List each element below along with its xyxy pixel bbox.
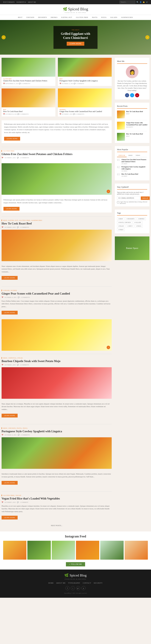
hero-learn-more-button[interactable]: LEARN MORE — [67, 42, 84, 46]
tag-salads[interactable]: # SALADS — [133, 221, 142, 224]
content-area: GLUTEN FREE Gluten-Free Zucchini Sweet P… — [2, 58, 112, 527]
site-footer: 🌿 Spiced Blog FOOD BLOG & RECIPES HOME A… — [0, 570, 151, 598]
tag-pizza[interactable]: # PIZZA — [135, 225, 143, 228]
tag-fries[interactable]: # FRIES — [117, 228, 125, 231]
instagram-item-4[interactable] — [76, 541, 99, 560]
top-post-comments-2: 1 COMMENT — [76, 83, 84, 84]
tags-widget: Tags # BEEF # DESSERTS # DRINKS # PASTA,… — [115, 210, 150, 233]
nav-salads[interactable]: SALADS — [108, 15, 119, 20]
top-post-date-4: OCTOBER 5, 2015 — [62, 113, 73, 115]
post-body-4: Nunc aliquet dui nec ut tempus. Phasellu… — [2, 401, 112, 419]
divider-1 — [2, 147, 112, 147]
footer-nav-security[interactable]: SECURITY — [94, 582, 102, 584]
sign-up-button[interactable]: SIGN UP — [141, 196, 150, 200]
user-icon[interactable]: 👤 — [140, 1, 142, 3]
nav-eating-out[interactable]: EATING OUT — [60, 15, 74, 20]
instagram-item-5[interactable] — [100, 541, 124, 560]
tag-spicy[interactable]: # SPICY — [126, 225, 134, 228]
intro-learn-more-button[interactable]: LEARN MORE — [4, 137, 20, 140]
post-learn-more-1[interactable]: LEARN MORE — [4, 207, 20, 211]
instagram-item-2[interactable] — [27, 541, 51, 560]
tab-views[interactable]: VIEWS — [134, 154, 142, 157]
popular-num-2: 02 — [117, 166, 120, 168]
cart-icon[interactable]: 🛒 — [146, 1, 148, 3]
post-learn-more-6[interactable]: LEARN MORE — [2, 516, 18, 520]
search-icon[interactable]: 🔍 — [136, 1, 138, 3]
footer-logo-text: Spiced Blog — [70, 573, 86, 578]
nav-gluten-free[interactable]: GLUTEN FREE — [74, 15, 90, 20]
comment-icon-2: 💬 — [74, 83, 76, 84]
pinterest-icon[interactable]: p — [135, 93, 139, 97]
post-meta-3: 📅 OCTOBER 12, 2015 💬 2 COMMENTS — [2, 296, 112, 298]
post-learn-more-2[interactable]: LEARN MORE — [2, 276, 18, 280]
facebook-icon[interactable]: f — [125, 93, 129, 97]
footer-facebook-icon[interactable]: f — [66, 586, 70, 590]
nav-pasta[interactable]: PASTA — [90, 15, 100, 20]
tag-drinks[interactable]: # DRINKS — [137, 218, 146, 220]
agree-checkbox[interactable] — [117, 201, 119, 204]
email-input[interactable] — [117, 196, 140, 200]
divider-2 — [2, 216, 112, 216]
nav-pizza[interactable]: PIZZA — [100, 15, 108, 20]
footer-twitter-icon[interactable]: t — [71, 586, 75, 590]
agree-text: I agree that my submitted data is being … — [120, 201, 147, 204]
calendar-icon-4: 📅 — [60, 113, 61, 115]
post-title-6: Vegan Fried Rice that's Loaded With Vege… — [2, 497, 112, 500]
footer-nav-home[interactable]: HOME — [48, 582, 54, 584]
tab-liked[interactable]: LIKED — [126, 154, 134, 157]
recent-post-item-3: How To Cook Roast Beef BEEF — [117, 133, 147, 141]
post-date-3: OCTOBER 12, 2015 — [4, 296, 16, 298]
post-comments-3: 2 COMMENTS — [21, 296, 30, 298]
follow-button[interactable]: ✓ FOLLOW ME — [66, 562, 85, 566]
footer-nav-contact[interactable]: CONTACT — [83, 582, 91, 584]
nav-chicken[interactable]: CHICKEN — [24, 15, 36, 20]
hero-title: Grilled Eggplant with Corn Chimichurri — [58, 32, 93, 40]
post-comments-4: 2 COMMENTS — [20, 364, 29, 366]
top-post-img-1 — [2, 58, 55, 77]
post-title-5: Portuguese Style Cowboy Spaghetti with L… — [2, 430, 112, 433]
instagram-item-3[interactable] — [52, 541, 75, 560]
social-icons-group: f t p — [117, 93, 147, 97]
footer-nav-typography[interactable]: TYPOGRAPHY — [68, 582, 80, 584]
calendar-icon-2: 📅 — [60, 83, 61, 84]
popular-info-1: Gluten-Free Zucchini Sweet Potatoes and … — [122, 158, 147, 164]
hero-prev-button[interactable]: ‹ — [2, 35, 6, 39]
tab-popular[interactable]: POPULAR — [117, 154, 126, 157]
banner-label: Banner Space — [126, 247, 138, 250]
most-popular-widget: Most Popular POPULAR LIKED VIEWS 01 Glut… — [115, 146, 150, 180]
tag-desserts[interactable]: # DESSERTS — [125, 218, 136, 220]
post-section-5: BEEF, CHICKEN, PASTA, PIZZA Portuguese S… — [2, 428, 112, 487]
post-learn-more-3[interactable]: LEARN MORE — [2, 311, 18, 314]
next-posts-link[interactable]: NEXT POSTS... — [51, 524, 62, 526]
tag-paleo[interactable]: # PALEO — [117, 225, 125, 228]
hero-next-button[interactable]: › — [145, 35, 150, 39]
post-learn-more-4[interactable]: LEARN MORE — [2, 414, 18, 418]
post-learn-more-5[interactable]: LEARN MORE — [2, 481, 18, 485]
search-input[interactable] — [120, 1, 135, 4]
footer-pinterest-icon[interactable]: p — [82, 586, 86, 590]
twitter-icon[interactable]: t — [130, 93, 134, 97]
topbar-elements[interactable]: ELEMENTS ▾ — [16, 1, 26, 3]
post-date-5: OCTOBER 12, 2015 — [4, 434, 16, 436]
top-post-tag-2: BEEF — [60, 78, 110, 80]
top-post-body-3: BEEF How To Cook Roast Beef 📅 OCTOBER 30… — [2, 107, 55, 117]
nav-sandwiches[interactable]: SANDWICHES — [119, 15, 135, 20]
instagram-item-6[interactable] — [124, 541, 148, 560]
instagram-item-1[interactable] — [3, 541, 26, 560]
post-arrow-1[interactable]: › — [107, 190, 110, 193]
post-label-6: GLUTEN FREE, VEGAN — [2, 494, 112, 496]
footer-nav-about[interactable]: ABOUT ME — [56, 582, 66, 584]
footer-google-icon[interactable]: g+ — [76, 586, 80, 590]
nav-drinks[interactable]: DRINKS — [49, 15, 60, 20]
nav-best[interactable]: BEST — [16, 15, 24, 20]
nav-list: BEST CHICKEN DESSERTS DRINKS EATING OUT … — [0, 15, 151, 20]
nav-desserts[interactable]: DESSERTS — [36, 15, 49, 20]
tag-pasta-chicken[interactable]: # PASTA, CHICKEN — [117, 221, 132, 224]
topbar-post-formats[interactable]: POST FORMATS — [3, 1, 15, 3]
topbar-about[interactable]: ABOUT ME — [28, 1, 36, 3]
bell-icon[interactable]: 🔔 — [143, 1, 145, 3]
tag-beef[interactable]: # BEEF — [117, 218, 124, 220]
popular-title-1: Gluten-Free Zucchini Sweet Potatoes and … — [122, 158, 147, 162]
meet-me-title: Meet Me — [117, 60, 147, 64]
footer-logo: 🌿 Spiced Blog — [3, 573, 148, 578]
